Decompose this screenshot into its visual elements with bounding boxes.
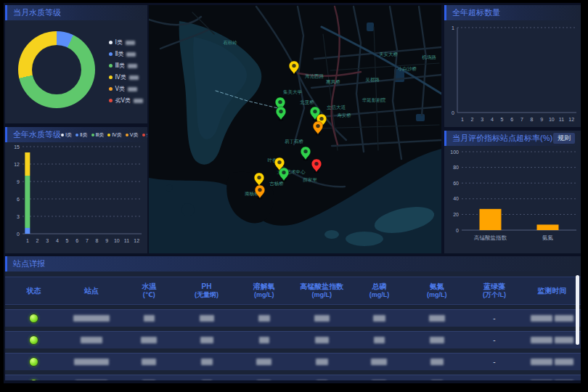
column-name: 监测时间 (523, 286, 581, 295)
svg-text:7: 7 (86, 238, 89, 243)
legend-item[interactable]: Ⅱ类 (109, 50, 143, 58)
redacted-text (259, 337, 269, 343)
donut-chart[interactable] (18, 31, 95, 108)
table-cell (523, 359, 581, 365)
svg-text:10: 10 (114, 238, 120, 243)
svg-text:80: 80 (453, 165, 459, 170)
table-cell (351, 315, 408, 322)
panel-header: 当月水质等级 (5, 5, 147, 20)
redacted-text (429, 315, 445, 322)
svg-text:1: 1 (452, 25, 454, 30)
svg-text:5: 5 (66, 238, 69, 243)
panel-header: 站点详报 (5, 256, 581, 271)
table-body: ----- (5, 309, 581, 380)
stacked-bar-segment[interactable] (25, 228, 30, 234)
column-name: 氨氮 (408, 282, 465, 291)
redacted-text (201, 359, 213, 365)
table-row[interactable]: - (5, 353, 581, 370)
redacted-text (200, 315, 214, 322)
legend-item[interactable]: Ⅴ类 (126, 131, 139, 139)
svg-text:12: 12 (14, 162, 20, 167)
svg-text:11: 11 (124, 238, 129, 243)
legend-dot (91, 134, 94, 136)
column-unit: (mg/L) (235, 291, 293, 300)
legend-item[interactable]: Ⅲ类 (91, 131, 105, 139)
city-map[interactable]: 石鼓岭海沧西路集美大学北亚桥立信大道寿安桥吴都路天安大桥机场路惠风桥华延影剧院小… (149, 5, 441, 253)
legend-dot (109, 87, 113, 91)
table-cell: - (465, 380, 523, 380)
svg-text:1: 1 (26, 238, 29, 243)
donut-legend: Ⅰ类Ⅱ类Ⅲ类Ⅳ类Ⅴ类劣Ⅴ类 (109, 38, 143, 108)
panel-header: 当月评价指标站点超标率(%) 规则 (444, 131, 581, 146)
stacked-bar-segment[interactable] (25, 152, 30, 176)
column-name: 站点 (62, 286, 120, 295)
panel-annual-quality: 全年水质等级 Ⅰ类Ⅱ类Ⅲ类Ⅳ类Ⅴ类劣Ⅴ类 0369121512345678910… (5, 127, 147, 253)
table-row[interactable]: - (5, 331, 581, 348)
annual-exceed-chart[interactable]: 10123456789101112 (444, 20, 581, 127)
redacted-text (373, 315, 385, 322)
table-cell (293, 337, 351, 343)
rule-button[interactable]: 规则 (553, 133, 575, 144)
legend-label: Ⅳ类 (115, 73, 126, 81)
map-place-label: 古杨桥 (269, 181, 284, 187)
table-scrollbar-thumb[interactable] (576, 275, 579, 345)
map-place-label: 北亚桥 (300, 99, 314, 105)
svg-text:100: 100 (450, 150, 459, 155)
legend-item[interactable]: Ⅰ类 (61, 131, 72, 139)
column-header: 监测时间 (523, 286, 581, 295)
column-header: 高锰酸盐指数(mg/L) (293, 282, 351, 300)
column-header: PH(无量纲) (178, 282, 235, 300)
stacked-bar-segment[interactable] (25, 176, 30, 228)
redacted-text (374, 337, 385, 343)
legend-dot (109, 41, 113, 44)
table-cell (293, 359, 351, 365)
map-panel: 石鼓岭海沧西路集美大学北亚桥立信大道寿安桥吴都路天安大桥机场路惠风桥华延影剧院小… (149, 5, 441, 253)
table-cell (121, 359, 178, 365)
table-cell (351, 337, 408, 343)
panel-header: 全年水质等级 Ⅰ类Ⅱ类Ⅲ类Ⅳ类Ⅴ类劣Ⅴ类 (5, 127, 147, 142)
table-header: 状态站点水温(℃)PH(无量纲)溶解氧(mg/L)高锰酸盐指数(mg/L)总磷(… (5, 277, 581, 305)
legend-item[interactable]: Ⅴ类 (109, 85, 143, 93)
redacted-text (200, 337, 213, 343)
svg-text:9: 9 (540, 117, 543, 122)
redacted-text (555, 359, 573, 365)
column-unit: (mg/L) (408, 291, 465, 300)
map-place-label: 惠风桥 (325, 79, 340, 84)
legend-item[interactable]: Ⅱ类 (75, 131, 87, 139)
table-cell (178, 359, 235, 365)
legend-item[interactable]: Ⅰ类 (109, 38, 143, 46)
column-unit: (mg/L) (293, 291, 351, 300)
redacted-text (430, 337, 444, 343)
panel-annual-exceed: 全年超标数量 10123456789101112 (444, 5, 581, 127)
legend-item[interactable]: Ⅲ类 (109, 62, 143, 70)
table-cell (408, 315, 465, 322)
svg-text:0: 0 (17, 232, 20, 237)
redacted-text (258, 315, 270, 322)
legend-label: Ⅳ类 (112, 131, 121, 139)
dashboard-canvas: 当月水质等级 Ⅰ类Ⅱ类Ⅲ类Ⅳ类Ⅴ类劣Ⅴ类 全年水质等级 Ⅰ类Ⅱ类Ⅲ类Ⅳ类Ⅴ类劣Ⅴ… (4, 3, 581, 383)
svg-text:3: 3 (17, 214, 20, 219)
rate-bar[interactable] (480, 209, 502, 230)
month-rate-chart[interactable]: 020406080100高锰酸盐指数氨氮 (444, 146, 581, 253)
rate-bar[interactable] (537, 224, 559, 230)
legend-label: 劣Ⅴ类 (147, 131, 147, 139)
table-cell (62, 359, 120, 365)
status-dot-normal (30, 380, 38, 380)
chart-legend: Ⅰ类Ⅱ类Ⅲ类Ⅳ类Ⅴ类劣Ⅴ类 (61, 131, 147, 139)
table-cell (235, 315, 293, 322)
legend-item[interactable]: Ⅳ类 (109, 73, 143, 81)
legend-dot (61, 134, 64, 136)
legend-item[interactable]: 劣Ⅴ类 (142, 131, 147, 139)
table-row[interactable]: - (5, 375, 581, 380)
column-header: 总磷(mg/L) (351, 282, 408, 300)
svg-text:2: 2 (471, 117, 474, 122)
svg-text:高锰酸盐指数: 高锰酸盐指数 (474, 234, 507, 241)
annual-quality-chart[interactable]: 03691215123456789101112 (5, 142, 147, 251)
table-row[interactable]: - (5, 309, 581, 327)
legend-item[interactable]: Ⅳ类 (107, 131, 121, 139)
column-name: PH (178, 282, 235, 291)
legend-item[interactable]: 劣Ⅴ类 (109, 97, 143, 105)
column-unit: (无量纲) (178, 291, 235, 300)
legend-dot (109, 64, 113, 68)
svg-text:2: 2 (36, 238, 39, 243)
